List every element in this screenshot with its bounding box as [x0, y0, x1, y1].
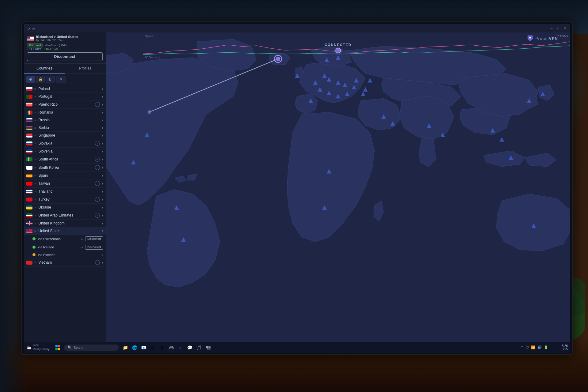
taskbar-app-mail[interactable]: 📧 [140, 343, 148, 352]
list-item[interactable]: » South Korea – ▾ [24, 164, 106, 172]
load-badge: 48% Load [27, 43, 43, 47]
chevron-down-icon: ▾ [102, 174, 103, 177]
proton-logo: ProtonVPN [527, 35, 558, 42]
taskbar-app-settings[interactable]: ⚙ [158, 343, 167, 352]
svg-rect-58 [55, 348, 58, 350]
us-server-item-sweden[interactable]: via Sweden » [24, 251, 106, 258]
filter-b-btn[interactable]: B [46, 76, 55, 83]
country-arrows: » [34, 261, 36, 264]
start-button[interactable] [53, 344, 62, 351]
country-name: South Africa [39, 157, 93, 161]
connected-label: CONNECTED [325, 43, 352, 53]
taskbar-app-music[interactable]: 🎵 [195, 343, 203, 352]
country-arrows: » [34, 87, 36, 91]
country-arrows: » [34, 111, 36, 114]
chevron-down-icon: ▾ [102, 103, 103, 106]
filter-row: ⊕ 🔒 B ≋ [24, 74, 106, 85]
server-disconnect-button[interactable]: Disconnect [85, 236, 103, 241]
title-bar-left: 🛡 ☰ [26, 26, 35, 31]
connection-server-name: IS#Iceland > United States Ip: 149.102.2… [36, 35, 78, 42]
country-arrows: » [34, 229, 36, 233]
windows-logo-icon [55, 345, 60, 350]
list-item[interactable]: » Russia ▾ [24, 116, 106, 124]
list-item-uk[interactable]: » United Kingdom ▾ [24, 220, 106, 227]
list-item[interactable]: » Spain ▾ [24, 172, 106, 179]
tab-countries[interactable]: Countries [24, 64, 65, 74]
list-item[interactable]: » Portugal ▾ [24, 93, 106, 100]
taskbar-app-camera[interactable]: 📷 [204, 343, 213, 352]
us-server-item-iceland[interactable]: via Iceland » Disconnect [24, 243, 106, 251]
southafrica-flag [26, 157, 32, 161]
list-item-us[interactable]: » United States ▾ [24, 227, 106, 235]
hamburger-icon[interactable]: ☰ [32, 26, 35, 30]
us-server-item-switzerland[interactable]: via Switzerland » Disconnect [24, 235, 106, 243]
list-item[interactable]: » Taiwan – ▾ [24, 179, 106, 188]
list-item[interactable]: » United Arab Emirates – ▾ [24, 211, 106, 220]
maximize-button[interactable]: □ [556, 26, 561, 30]
list-item[interactable]: » South Africa – ▾ [24, 155, 106, 164]
server-name: via Iceland [38, 245, 79, 249]
svg-point-43 [148, 110, 151, 114]
country-name: United Arab Emirates [39, 213, 93, 217]
server-disconnect-button[interactable]: Disconnect [85, 245, 103, 250]
chevron-down-icon: ▾ [102, 119, 103, 122]
clock-date: 8/15 [562, 348, 568, 351]
connection-flag-row: IS#Iceland > United States Ip: 149.102.2… [27, 35, 103, 42]
server-status-dot [32, 246, 36, 249]
us-flag [26, 229, 32, 233]
disconnect-button[interactable]: Disconnect [27, 52, 103, 61]
list-item[interactable]: » Poland ▾ [24, 85, 106, 93]
taskbar-app-edge[interactable]: 🌐 [130, 343, 139, 352]
server-status-dot [32, 253, 36, 256]
list-item[interactable]: » Serbia ▾ [24, 124, 106, 132]
singapore-flag [26, 134, 32, 138]
taskbar-search-bar[interactable]: 🔍 Search [64, 345, 119, 351]
chevron-down-icon: ▾ [102, 95, 103, 98]
list-item-vietnam[interactable]: » Vietnam – ▾ [24, 258, 106, 267]
list-item[interactable]: » Ukraine ▾ [24, 204, 106, 211]
proton-logo-icon [527, 35, 533, 42]
chevron-down-icon: ▾ [102, 87, 103, 91]
tab-profiles[interactable]: Profiles [65, 64, 106, 74]
taskbar-app-chat[interactable]: 💬 [186, 343, 194, 352]
speed-up-value: ↑ 16.3 KB/s [43, 47, 58, 51]
minimize-button[interactable]: ─ [549, 26, 554, 30]
country-name: Portugal [39, 94, 100, 99]
graph-svg [143, 39, 570, 55]
server-name-text: IS#Iceland > United States [36, 35, 78, 39]
taskbar: ⛅ 60°F Mostly cloudy 🔍 Search 📁 🌐 📧 [24, 342, 570, 353]
list-item[interactable]: » Turkey – ▾ [24, 195, 106, 204]
graph-speed-max: 10.2 kB/s [556, 35, 568, 38]
list-item[interactable]: » Puerto Rico – ▾ [24, 100, 106, 109]
vietnam-flag [26, 261, 32, 265]
taskbar-app-vpn[interactable]: 🛡 [176, 343, 185, 352]
list-item[interactable]: » Singapore ▾ [24, 132, 106, 139]
list-item[interactable]: » Romania ▾ [24, 109, 106, 116]
list-item[interactable]: » Slovenia ▾ [24, 148, 106, 155]
country-arrows: » [34, 103, 36, 106]
sidebar: IS#Iceland > United States Ip: 149.102.2… [24, 32, 106, 342]
tray-wifi-icon[interactable]: 📶 [530, 345, 536, 350]
chevron-down-icon: ▾ [102, 261, 103, 264]
country-arrows: » [34, 174, 36, 177]
country-arrows: » [34, 206, 36, 209]
tray-volume-icon[interactable]: 🔊 [537, 345, 542, 350]
list-item[interactable]: » Slovakia – ▾ [24, 139, 106, 148]
tray-shield-icon[interactable]: 🛡 [525, 345, 530, 350]
taskbar-app-store[interactable]: 🛍 [149, 343, 157, 352]
filter-streaming-btn[interactable]: ≋ [56, 76, 66, 83]
country-list: » Poland ▾ » Portugal ▾ » Puerto Rico – [24, 85, 106, 342]
filter-all-btn[interactable]: ⊕ [26, 76, 35, 83]
chevron-down-icon: ▾ [102, 198, 103, 201]
taskbar-app-game[interactable]: 🎮 [167, 343, 176, 352]
filter-secure-btn[interactable]: 🔒 [36, 76, 45, 83]
taskbar-app-files[interactable]: 📁 [121, 343, 130, 352]
russia-flag [26, 118, 32, 122]
chevron-down-icon: ▾ [102, 206, 103, 209]
country-name: Romania [39, 110, 100, 115]
close-button[interactable]: ✕ [562, 26, 568, 30]
list-item[interactable]: » Thailand ▾ [24, 188, 106, 195]
tray-up-icon[interactable]: ⌃ [520, 345, 524, 350]
minus-icon: – [95, 181, 100, 186]
tray-battery-icon[interactable]: 🔋 [543, 345, 549, 350]
